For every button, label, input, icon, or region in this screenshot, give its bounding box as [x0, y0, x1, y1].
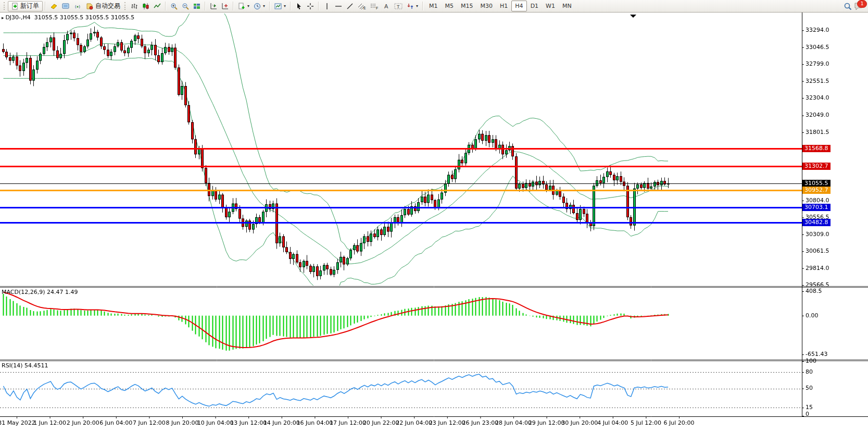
search-button[interactable]: [841, 1, 854, 11]
styler-button[interactable]: [48, 1, 60, 11]
crosshair-button[interactable]: [305, 1, 316, 11]
macd-label: MACD(12,26,9) 24.47 1.49: [2, 289, 78, 295]
auto-trading-label: 自动交易: [95, 2, 120, 10]
add-indicator-button[interactable]: ▾: [236, 1, 251, 11]
candlestick-chart-icon: [142, 3, 149, 10]
tab-timeframe-m1[interactable]: M1: [425, 1, 442, 11]
new-order-icon: [11, 3, 19, 10]
separator: [165, 2, 166, 10]
zoom-in-button[interactable]: [168, 1, 180, 11]
text-button[interactable]: A: [381, 1, 392, 11]
separator: [45, 2, 46, 10]
separator: [269, 2, 270, 10]
periods-button[interactable]: ▾: [251, 1, 267, 11]
add-indicator-icon: [238, 3, 245, 10]
price-tag: 31568.8: [802, 145, 831, 152]
auto-trading-button[interactable]: 自动交易: [84, 1, 122, 11]
fibonacci-icon: F: [370, 3, 379, 10]
notification-badge: 1: [857, 0, 867, 8]
tab-timeframe-m15[interactable]: M15: [457, 1, 477, 11]
zoom-out-icon: [182, 3, 189, 10]
rsi-label: RSI(14) 54.4511: [2, 362, 48, 369]
terminal-icon: [62, 3, 70, 10]
objects-list-button[interactable]: [219, 1, 231, 11]
tab-timeframe-m5[interactable]: M5: [442, 1, 458, 11]
text-a-icon: A: [383, 3, 389, 10]
separator: [318, 2, 319, 10]
terminal-button[interactable]: [60, 1, 72, 11]
text-label-icon: T: [394, 3, 402, 10]
cursor-icon: [296, 3, 303, 10]
tab-timeframe-d1[interactable]: D1: [527, 1, 542, 11]
separator: [422, 2, 423, 10]
hline-button[interactable]: [333, 1, 344, 11]
indicators-icon: [210, 3, 217, 10]
new-order-label: 新订单: [20, 2, 39, 10]
clock-icon: [254, 3, 261, 10]
styler-icon: [50, 3, 58, 10]
templates-button[interactable]: ▾: [272, 1, 288, 11]
price-tag: 30952.7: [802, 187, 831, 194]
line-chart-button[interactable]: [152, 1, 163, 11]
chevron-down-icon: ▾: [284, 4, 286, 8]
svg-text:F: F: [376, 6, 378, 10]
arrows-button[interactable]: ▾: [405, 1, 420, 11]
tile-windows-icon: [193, 3, 200, 10]
svg-text:T: T: [397, 4, 400, 9]
arrows-icon: [407, 3, 414, 10]
notifications-button[interactable]: 1: [854, 2, 863, 10]
fibonacci-button[interactable]: F: [368, 1, 381, 11]
toolbar-grip: [4, 2, 6, 10]
label-button[interactable]: T: [392, 1, 405, 11]
tab-timeframe-h4[interactable]: H4: [511, 1, 526, 11]
candlestick-chart-button[interactable]: [140, 1, 152, 11]
symbol-name: DJ30-,H4: [5, 14, 30, 21]
search-icon: [844, 2, 852, 10]
indicators-button[interactable]: [208, 1, 219, 11]
price-tag: 30703.1: [802, 204, 831, 211]
chart-canvas[interactable]: [0, 13, 868, 432]
objects-list-icon: [221, 3, 229, 10]
chart-area: ▸ DJ30-,H4 31055.5 31055.5 31055.5 31055…: [0, 13, 868, 432]
bar-chart-icon: [131, 3, 138, 10]
price-tag: 31302.7: [802, 163, 831, 170]
chevron-down-icon: ▾: [416, 4, 418, 8]
price-tag: 31055.5: [802, 180, 831, 187]
zoom-in-icon: [170, 3, 178, 10]
tab-timeframe-m30[interactable]: M30: [477, 1, 497, 11]
channel-button[interactable]: E: [356, 1, 368, 11]
separator: [290, 2, 291, 10]
signal-button[interactable]: [72, 1, 84, 11]
zoom-out-button[interactable]: [180, 1, 191, 11]
tile-windows-button[interactable]: [191, 1, 203, 11]
svg-text:A: A: [384, 3, 388, 9]
vline-icon: [324, 3, 330, 10]
channel-icon: E: [358, 3, 366, 10]
trendline-icon: [346, 3, 354, 10]
new-order-button[interactable]: 新订单: [8, 1, 43, 11]
tab-timeframe-mn[interactable]: MN: [559, 1, 575, 11]
signal-icon: [74, 3, 82, 10]
trendline-button[interactable]: [344, 1, 356, 11]
price-tag: 30482.8: [802, 219, 831, 226]
tab-timeframe-h1[interactable]: H1: [496, 1, 511, 11]
symbol-quote-label: ▸ DJ30-,H4 31055.5 31055.5 31055.5 31055…: [2, 14, 134, 21]
toolbar-grip: [124, 2, 127, 10]
cursor-button[interactable]: [293, 1, 305, 11]
svg-text:E: E: [363, 6, 366, 10]
hline-icon: [335, 3, 342, 10]
line-chart-icon: [154, 3, 161, 10]
toolbar: 新订单 自动交易 ▾ ▾: [0, 0, 868, 13]
auto-trading-icon: [86, 3, 94, 10]
crosshair-icon: [307, 3, 314, 10]
tab-timeframe-w1[interactable]: W1: [542, 1, 559, 11]
separator: [205, 2, 206, 10]
chevron-down-icon: ▾: [263, 4, 265, 8]
separator: [233, 2, 234, 10]
templates-icon: [274, 3, 282, 10]
chevron-down-icon: ▾: [247, 4, 249, 8]
bar-chart-button[interactable]: [129, 1, 140, 11]
quote-values: 31055.5 31055.5 31055.5 31055.5: [34, 14, 134, 21]
vline-button[interactable]: [321, 1, 333, 11]
